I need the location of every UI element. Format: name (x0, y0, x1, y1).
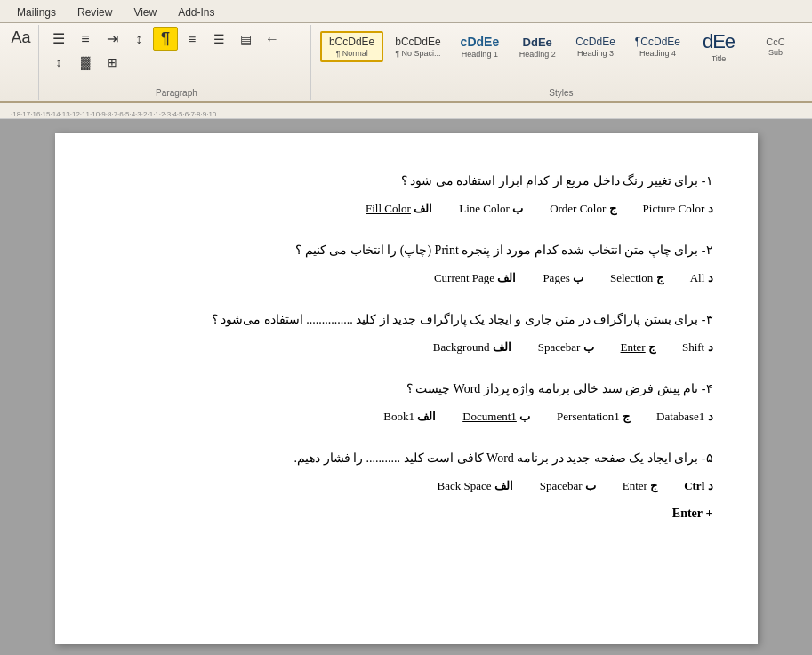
style-sub[interactable]: CcC Sub (749, 33, 802, 60)
style-h4[interactable]: ¶CcDdEe Heading 4 (627, 32, 688, 61)
q5-b-text: Spacebar (540, 479, 583, 492)
rtl-btn[interactable]: ← (260, 28, 285, 50)
style-title-label: Title (712, 54, 727, 63)
q1-a-text: Fill Color (366, 202, 411, 215)
style-h4-label: Heading 4 (639, 49, 676, 58)
q4-opt-d: د Database1 (656, 405, 712, 428)
borders-icon: ⊞ (107, 55, 117, 69)
tab-addins[interactable]: Add-Ins (168, 2, 224, 22)
style-normal-preview: bCcDdEe (329, 36, 374, 48)
font-size-group: Aa (4, 25, 39, 100)
q5-ctrl-enter: + Enter (100, 501, 713, 526)
q3-opt-j: ج Enter (621, 336, 655, 359)
q5-j-text: Enter (623, 479, 647, 492)
style-h4-preview: ¶CcDdEe (635, 36, 680, 48)
bullets-btn[interactable]: ☰ (46, 28, 71, 50)
shading-btn[interactable]: ▓ (73, 52, 98, 72)
tab-view[interactable]: View (124, 2, 166, 22)
style-h2[interactable]: DdEe Heading 2 (511, 32, 564, 62)
q1-j-label: ج (606, 202, 615, 215)
q4-text: ۴- نام پیش فرض سند خالی برنامه واژه پردا… (100, 377, 713, 402)
q5-d-text: Ctrl (684, 479, 704, 492)
q2-j-text: Selection (610, 271, 653, 284)
q1-b-label: ب (510, 202, 523, 215)
borders-btn[interactable]: ⊞ (100, 52, 125, 72)
font-size-btn[interactable]: Aa (6, 27, 35, 48)
ruler: ·18·17·16·15·14·13·12·11·10·9·8·7·6·5·4·… (0, 103, 812, 119)
paragraph-group: ☰ ≡ ⇥ ↕ ¶ ≡ ☰ ▤ ← (43, 25, 311, 100)
style-title[interactable]: dEe Title (692, 27, 745, 67)
question-2: ۲- برای چاپ متن انتخاب شده کدام مورد از … (100, 238, 713, 290)
style-sub-preview: CcC (766, 36, 784, 47)
numbering-btn[interactable]: ≡ (73, 28, 98, 50)
style-nospace[interactable]: bCcDdEe ¶ No Spaci... (387, 32, 448, 61)
style-normal-label: ¶ Normal (335, 49, 367, 58)
sort-btn[interactable]: ↕ (126, 28, 151, 50)
q4-b-label: ب (517, 410, 530, 423)
q1-opt-j: ج Order Color (550, 197, 615, 220)
rtl-icon: ← (265, 31, 279, 47)
tab-mailings[interactable]: Mailings (7, 2, 66, 22)
shading-icon: ▓ (81, 55, 90, 69)
q2-text: ۲- برای چاپ متن انتخاب شده کدام مورد از … (100, 238, 713, 263)
q5-text: ۵- برای ایجاد یک صفحه جدید در برنامه Wor… (100, 446, 713, 471)
style-h1[interactable]: cDdEe Heading 1 (453, 31, 508, 62)
style-h3[interactable]: CcDdEe Heading 3 (567, 32, 623, 61)
show-hide-btn[interactable]: ¶ (153, 27, 178, 51)
align-justify-btn[interactable]: ▤ (233, 29, 258, 49)
q2-opt-d: د All (690, 267, 713, 290)
q4-opt-b: ب Document1 (462, 405, 530, 428)
line-spacing-btn[interactable]: ↕ (46, 52, 71, 72)
question-1: ۱- برای تغییر رنگ داخل مربع از کدام ابزا… (100, 169, 713, 220)
q2-b-label: ب (570, 271, 583, 284)
q1-j-text: Order Color (550, 202, 606, 215)
numbering-icon: ≡ (81, 31, 89, 47)
q1-a-label: الف (411, 202, 432, 215)
q4-a-text: Book1 (383, 410, 414, 423)
q3-opt-b: ب Spacebar (538, 336, 594, 359)
show-hide-icon: ¶ (161, 29, 170, 48)
align-justify-icon: ▤ (240, 32, 252, 46)
question-5: ۵- برای ایجاد یک صفحه جدید در برنامه Wor… (100, 446, 713, 526)
align-center-btn[interactable]: ☰ (206, 29, 231, 49)
q5-j-label: ج (647, 479, 657, 492)
styles-inner: bCcDdEe ¶ Normal bCcDdEe ¶ No Spaci... c… (320, 27, 802, 67)
indent-btn[interactable]: ⇥ (100, 28, 125, 50)
q3-opt-a: الف Background (433, 336, 511, 359)
align-left-icon: ≡ (189, 32, 196, 46)
q3-options: د Shift ج Enter ب Spacebar الف Backgroun… (100, 336, 713, 359)
style-title-preview: dEe (703, 30, 735, 53)
q2-opt-b: ب Pages (543, 267, 583, 290)
paragraph-label: Paragraph (156, 86, 197, 98)
style-h3-label: Heading 3 (577, 49, 614, 58)
style-h3-preview: CcDdEe (575, 36, 615, 48)
q2-options: د All ج Selection ب Pages الف Current Pa… (100, 267, 713, 290)
q2-a-label: الف (494, 271, 516, 284)
q4-j-label: ج (620, 410, 630, 423)
question-3: ۳- برای بستن پاراگراف در متن جاری و ایجا… (100, 308, 713, 359)
q2-opt-j: ج Selection (610, 267, 663, 290)
q5-opt-b: ب Spacebar (540, 475, 596, 498)
q4-j-text: Persentation1 (557, 410, 620, 423)
q1-opt-a: الف Fill Color (366, 197, 432, 220)
style-normal[interactable]: bCcDdEe ¶ Normal (320, 31, 383, 62)
ribbon-tabs: Mailings Review View Add-Ins (0, 0, 812, 23)
bullets-icon: ☰ (52, 30, 65, 47)
align-left-btn[interactable]: ≡ (180, 29, 205, 49)
style-h2-label: Heading 2 (519, 50, 556, 59)
tab-review[interactable]: Review (68, 2, 122, 22)
font-size-icon: Aa (11, 29, 30, 45)
q4-opt-j: ج Persentation1 (557, 405, 630, 428)
q5-opt-j: ج Enter (623, 475, 657, 498)
main-area: ۱- برای تغییر رنگ داخل مربع از کدام ابزا… (0, 119, 812, 655)
style-sub-label: Sub (768, 48, 783, 57)
ribbon-toolbar: Aa ☰ ≡ ⇥ ↕ ¶ ≡ ☰ (0, 23, 812, 103)
q3-a-text: Background (433, 340, 490, 354)
q1-d-text: Picture Color (643, 202, 705, 215)
style-h1-label: Heading 1 (462, 50, 498, 59)
q4-d-label: د (704, 410, 712, 423)
q3-b-text: Spacebar (538, 340, 581, 354)
style-h1-preview: cDdEe (461, 35, 500, 49)
q2-d-label: د (704, 271, 712, 284)
question-4: ۴- نام پیش فرض سند خالی برنامه واژه پردا… (100, 377, 713, 428)
